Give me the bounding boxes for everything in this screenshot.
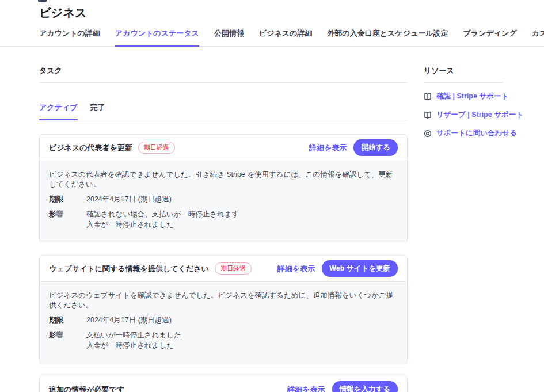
impact-line: 入金が一時停止されました <box>86 341 181 351</box>
tab-account-details[interactable]: アカウントの詳細 <box>39 28 100 47</box>
impact-label: 影響 <box>49 330 86 351</box>
tasks-subtab-bar: アクティブ 完了 <box>39 102 408 120</box>
deadline-row: 期限 2024年4月17日 (期日超過) <box>49 315 398 325</box>
resources-heading: リソース <box>424 66 503 83</box>
page-title: ビジネス <box>0 0 544 21</box>
task-card-update-representative: ビジネスの代表者を更新 期日経過 詳細を表示 開始する ビジネスの代表者を確認で… <box>39 134 408 243</box>
impact-line: 確認されない場合、支払いが一時停止されます <box>86 210 239 219</box>
life-ring-icon <box>424 130 432 138</box>
resource-link-label: サポートに問い合わせる <box>436 128 517 138</box>
resource-link-verification-support[interactable]: 確認 | Stripe サポート <box>424 92 503 101</box>
impact-line: 支払いが一時停止されました <box>86 330 181 340</box>
resource-link-reserve-support[interactable]: リザーブ | Stripe サポート <box>424 110 503 120</box>
tab-public-info[interactable]: 公開情報 <box>214 28 244 47</box>
resource-link-label: リザーブ | Stripe サポート <box>436 110 523 120</box>
screenshot-edge-artifact <box>38 0 47 2</box>
tab-bar: アカウントの詳細 アカウントのステータス 公開情報 ビジネスの詳細 外部の入金口… <box>0 28 544 47</box>
task-card-header: ビジネスの代表者を更新 期日経過 詳細を表示 開始する <box>40 135 407 161</box>
task-title: ウェブサイトに関する情報を提供してください <box>49 264 209 274</box>
tab-account-status[interactable]: アカウントのステータス <box>115 28 199 47</box>
book-icon <box>424 93 432 101</box>
impact-row: 影響 確認されない場合、支払いが一時停止されます 入金が一時停止されました <box>49 210 398 230</box>
task-card-header: 追加の情報が必要です 詳細を表示 情報を入力する <box>40 376 407 392</box>
resource-link-label: 確認 | Stripe サポート <box>436 92 508 101</box>
task-card-additional-info: 追加の情報が必要です 詳細を表示 情報を入力する 日本国内のビジネスは、決済を処… <box>39 376 408 392</box>
resources-sidebar: リソース 確認 | Stripe サポート リザーブ | Stripe サポート <box>424 66 503 392</box>
task-card-website-info: ウェブサイトに関する情報を提供してください 期日経過 詳細を表示 Web サイト… <box>39 255 408 364</box>
tab-business-details[interactable]: ビジネスの詳細 <box>259 28 313 47</box>
deadline-value: 2024年4月17日 (期日超過) <box>86 315 172 325</box>
show-details-link[interactable]: 詳細を表示 <box>277 264 315 274</box>
task-title: ビジネスの代表者を更新 <box>49 143 132 153</box>
impact-label: 影響 <box>49 210 86 230</box>
task-title: 追加の情報が必要です <box>49 385 124 392</box>
task-card-header: ウェブサイトに関する情報を提供してください 期日経過 詳細を表示 Web サイト… <box>40 256 407 282</box>
content-area: タスク アクティブ 完了 ビジネスの代表者を更新 期日経過 詳細を表示 開始する… <box>0 66 544 392</box>
resource-link-contact-support[interactable]: サポートに問い合わせる <box>424 128 503 138</box>
tab-branding[interactable]: ブランディング <box>463 28 517 47</box>
enter-info-button[interactable]: 情報を入力する <box>332 381 398 392</box>
overdue-badge: 期日経過 <box>215 262 252 275</box>
task-card-body: ビジネスのウェブサイトを確認できませんでした。ビジネスを確認するために、追加情報… <box>40 282 407 364</box>
subtab-active[interactable]: アクティブ <box>39 102 78 120</box>
task-card-body: ビジネスの代表者を確認できませんでした。引き続き Stripe を使用するには、… <box>40 161 407 243</box>
subtab-completed[interactable]: 完了 <box>90 102 105 120</box>
overdue-badge: 期日経過 <box>138 142 175 154</box>
tab-custom-domain[interactable]: カスタムドメイン <box>532 28 544 47</box>
task-description: ビジネスの代表者を確認できませんでした。引き続き Stripe を使用するには、… <box>49 170 398 189</box>
tab-payout-accounts-schedule[interactable]: 外部の入金口座とスケジュール設定 <box>327 28 448 47</box>
book-icon <box>424 111 432 119</box>
update-website-button[interactable]: Web サイトを更新 <box>322 260 398 277</box>
task-description: ビジネスのウェブサイトを確認できませんでした。ビジネスを確認するために、追加情報… <box>49 291 398 310</box>
tasks-heading: タスク <box>39 66 408 83</box>
tasks-section: タスク アクティブ 完了 ビジネスの代表者を更新 期日経過 詳細を表示 開始する… <box>39 66 408 392</box>
impact-line: 入金が一時停止されました <box>86 220 239 230</box>
deadline-row: 期限 2024年4月17日 (期日超過) <box>49 195 398 204</box>
deadline-label: 期限 <box>49 315 86 325</box>
start-button[interactable]: 開始する <box>353 139 398 156</box>
show-details-link[interactable]: 詳細を表示 <box>287 385 325 392</box>
deadline-value: 2024年4月17日 (期日超過) <box>86 195 172 204</box>
show-details-link[interactable]: 詳細を表示 <box>309 143 347 153</box>
impact-row: 影響 支払いが一時停止されました 入金が一時停止されました <box>49 330 398 351</box>
deadline-label: 期限 <box>49 195 86 204</box>
